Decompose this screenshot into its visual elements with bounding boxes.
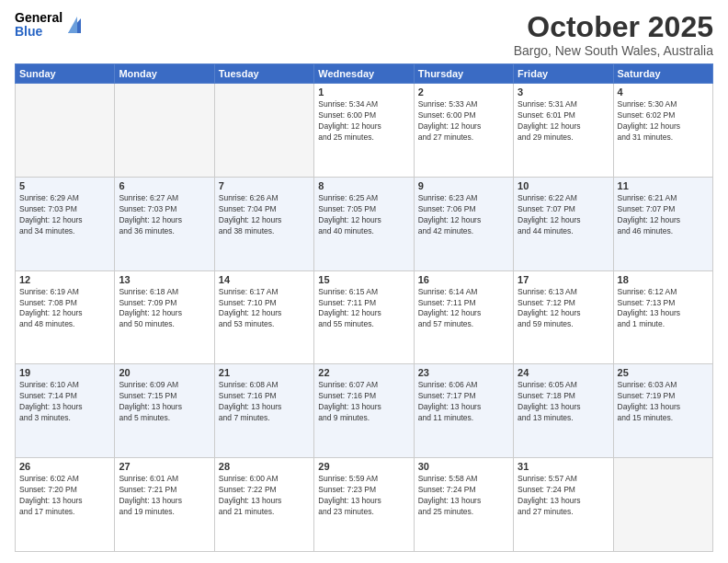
day-number: 8 — [318, 180, 409, 191]
calendar-cell: 9Sunrise: 6:23 AM Sunset: 7:06 PM Daylig… — [414, 177, 513, 270]
day-number: 25 — [618, 367, 709, 378]
day-number: 16 — [418, 274, 509, 285]
calendar-cell: 26Sunrise: 6:02 AM Sunset: 7:20 PM Dayli… — [16, 458, 115, 552]
day-info: Sunrise: 6:07 AM Sunset: 7:16 PM Dayligh… — [318, 380, 409, 424]
calendar-cell: 20Sunrise: 6:09 AM Sunset: 7:15 PM Dayli… — [115, 364, 214, 458]
day-header-monday: Monday — [115, 64, 214, 84]
day-info: Sunrise: 5:57 AM Sunset: 7:24 PM Dayligh… — [518, 474, 609, 518]
calendar-cell — [214, 84, 313, 178]
day-number: 18 — [618, 274, 709, 285]
calendar-cell: 28Sunrise: 6:00 AM Sunset: 7:22 PM Dayli… — [214, 458, 313, 552]
day-info: Sunrise: 6:27 AM Sunset: 7:03 PM Dayligh… — [119, 193, 210, 237]
day-number: 10 — [518, 180, 609, 191]
day-info: Sunrise: 6:08 AM Sunset: 7:16 PM Dayligh… — [219, 380, 310, 424]
day-number: 17 — [518, 274, 609, 285]
day-info: Sunrise: 6:00 AM Sunset: 7:22 PM Dayligh… — [219, 474, 310, 518]
day-number: 6 — [119, 180, 210, 191]
calendar-cell: 23Sunrise: 6:06 AM Sunset: 7:17 PM Dayli… — [414, 364, 513, 458]
calendar-cell: 31Sunrise: 5:57 AM Sunset: 7:24 PM Dayli… — [514, 458, 613, 552]
calendar-cell — [115, 84, 214, 178]
location-subtitle: Bargo, New South Wales, Australia — [514, 43, 713, 58]
day-number: 30 — [418, 461, 509, 472]
day-number: 19 — [19, 367, 110, 378]
logo-blue: Blue — [15, 25, 63, 39]
calendar-cell: 8Sunrise: 6:25 AM Sunset: 7:05 PM Daylig… — [314, 177, 414, 270]
calendar-cell: 16Sunrise: 6:14 AM Sunset: 7:11 PM Dayli… — [414, 270, 513, 364]
calendar-cell: 1Sunrise: 5:34 AM Sunset: 6:00 PM Daylig… — [314, 84, 414, 178]
calendar-cell: 15Sunrise: 6:15 AM Sunset: 7:11 PM Dayli… — [314, 270, 414, 364]
day-number: 4 — [618, 86, 709, 98]
day-number: 7 — [219, 180, 310, 191]
day-number: 20 — [119, 367, 210, 378]
calendar-cell: 11Sunrise: 6:21 AM Sunset: 7:07 PM Dayli… — [613, 177, 712, 270]
calendar-cell: 13Sunrise: 6:18 AM Sunset: 7:09 PM Dayli… — [115, 270, 214, 364]
day-info: Sunrise: 6:14 AM Sunset: 7:11 PM Dayligh… — [418, 287, 509, 331]
calendar-cell: 29Sunrise: 5:59 AM Sunset: 7:23 PM Dayli… — [314, 458, 414, 552]
day-number: 1 — [318, 86, 409, 98]
day-info: Sunrise: 6:26 AM Sunset: 7:04 PM Dayligh… — [219, 193, 310, 237]
logo-text: General Blue — [15, 11, 63, 40]
day-info: Sunrise: 5:34 AM Sunset: 6:00 PM Dayligh… — [318, 99, 409, 144]
day-info: Sunrise: 5:30 AM Sunset: 6:02 PM Dayligh… — [618, 99, 709, 144]
day-header-wednesday: Wednesday — [314, 64, 414, 84]
calendar-cell: 12Sunrise: 6:19 AM Sunset: 7:08 PM Dayli… — [16, 270, 115, 364]
calendar-cell: 3Sunrise: 5:31 AM Sunset: 6:01 PM Daylig… — [514, 84, 613, 178]
day-info: Sunrise: 6:05 AM Sunset: 7:18 PM Dayligh… — [518, 380, 609, 424]
calendar-cell: 5Sunrise: 6:29 AM Sunset: 7:03 PM Daylig… — [16, 177, 115, 270]
day-header-thursday: Thursday — [414, 64, 513, 84]
day-info: Sunrise: 6:01 AM Sunset: 7:21 PM Dayligh… — [119, 474, 210, 518]
page: General Blue October 2025 Bargo, New Sou… — [0, 0, 728, 563]
day-info: Sunrise: 6:12 AM Sunset: 7:13 PM Dayligh… — [618, 287, 709, 331]
day-info: Sunrise: 6:10 AM Sunset: 7:14 PM Dayligh… — [19, 380, 110, 424]
calendar-cell — [16, 84, 115, 178]
day-info: Sunrise: 6:17 AM Sunset: 7:10 PM Dayligh… — [219, 287, 310, 331]
calendar-header-row: SundayMondayTuesdayWednesdayThursdayFrid… — [16, 64, 713, 84]
day-number: 24 — [518, 367, 609, 378]
day-info: Sunrise: 6:18 AM Sunset: 7:09 PM Dayligh… — [119, 287, 210, 331]
day-info: Sunrise: 5:31 AM Sunset: 6:01 PM Dayligh… — [518, 99, 609, 144]
day-info: Sunrise: 6:03 AM Sunset: 7:19 PM Dayligh… — [618, 380, 709, 424]
day-info: Sunrise: 6:23 AM Sunset: 7:06 PM Dayligh… — [418, 193, 509, 237]
day-info: Sunrise: 6:06 AM Sunset: 7:17 PM Dayligh… — [418, 380, 509, 424]
title-block: October 2025 Bargo, New South Wales, Aus… — [514, 11, 713, 58]
day-header-friday: Friday — [514, 64, 613, 84]
calendar-cell: 17Sunrise: 6:13 AM Sunset: 7:12 PM Dayli… — [514, 270, 613, 364]
header: General Blue October 2025 Bargo, New Sou… — [15, 11, 713, 58]
calendar-cell: 27Sunrise: 6:01 AM Sunset: 7:21 PM Dayli… — [115, 458, 214, 552]
day-number: 27 — [119, 461, 210, 472]
calendar-cell: 6Sunrise: 6:27 AM Sunset: 7:03 PM Daylig… — [115, 177, 214, 270]
day-number: 21 — [219, 367, 310, 378]
day-number: 11 — [618, 180, 709, 191]
logo: General Blue — [15, 11, 83, 40]
svg-marker-1 — [68, 17, 77, 33]
calendar-week-row: 19Sunrise: 6:10 AM Sunset: 7:14 PM Dayli… — [16, 364, 713, 458]
calendar-week-row: 1Sunrise: 5:34 AM Sunset: 6:00 PM Daylig… — [16, 84, 713, 178]
day-number: 3 — [518, 86, 609, 98]
day-info: Sunrise: 5:58 AM Sunset: 7:24 PM Dayligh… — [418, 474, 509, 518]
day-info: Sunrise: 6:09 AM Sunset: 7:15 PM Dayligh… — [119, 380, 210, 424]
day-number: 5 — [19, 180, 110, 191]
calendar-cell: 30Sunrise: 5:58 AM Sunset: 7:24 PM Dayli… — [414, 458, 513, 552]
calendar-cell — [613, 458, 712, 552]
logo-icon — [66, 15, 83, 35]
day-number: 31 — [518, 461, 609, 472]
day-number: 23 — [418, 367, 509, 378]
day-number: 15 — [318, 274, 409, 285]
calendar-cell: 7Sunrise: 6:26 AM Sunset: 7:04 PM Daylig… — [214, 177, 313, 270]
day-info: Sunrise: 6:29 AM Sunset: 7:03 PM Dayligh… — [19, 193, 110, 237]
day-number: 9 — [418, 180, 509, 191]
day-number: 28 — [219, 461, 310, 472]
day-number: 12 — [19, 274, 110, 285]
day-info: Sunrise: 6:25 AM Sunset: 7:05 PM Dayligh… — [318, 193, 409, 237]
calendar-cell: 22Sunrise: 6:07 AM Sunset: 7:16 PM Dayli… — [314, 364, 414, 458]
calendar-week-row: 26Sunrise: 6:02 AM Sunset: 7:20 PM Dayli… — [16, 458, 713, 552]
day-number: 14 — [219, 274, 310, 285]
logo-general: General — [15, 11, 63, 25]
day-number: 22 — [318, 367, 409, 378]
calendar-table: SundayMondayTuesdayWednesdayThursdayFrid… — [15, 63, 713, 552]
day-info: Sunrise: 5:33 AM Sunset: 6:00 PM Dayligh… — [418, 99, 509, 144]
day-number: 13 — [119, 274, 210, 285]
calendar-cell: 2Sunrise: 5:33 AM Sunset: 6:00 PM Daylig… — [414, 84, 513, 178]
day-info: Sunrise: 6:22 AM Sunset: 7:07 PM Dayligh… — [518, 193, 609, 237]
calendar-week-row: 5Sunrise: 6:29 AM Sunset: 7:03 PM Daylig… — [16, 177, 713, 270]
